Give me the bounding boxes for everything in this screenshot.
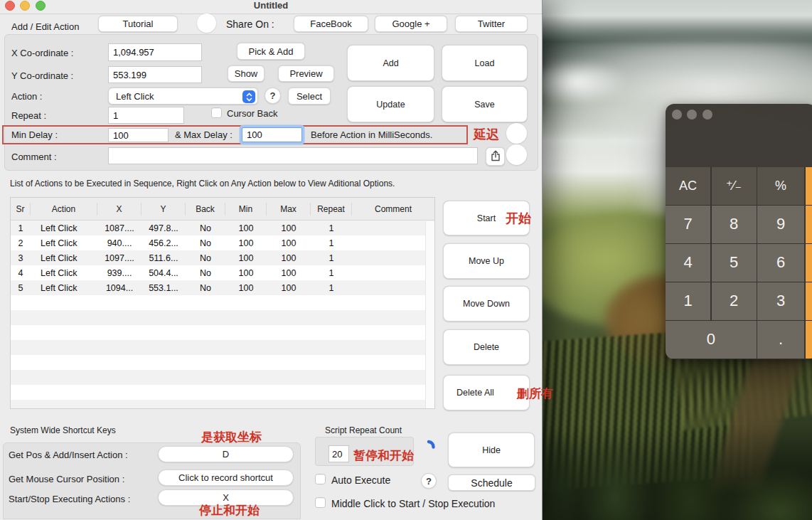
calc-key-2[interactable]: 2	[712, 282, 757, 320]
minimize-button[interactable]	[20, 1, 30, 11]
repeat-label: Repeat :	[11, 110, 46, 121]
get-pos-shortcut-button[interactable]: D	[158, 446, 294, 462]
hide-button[interactable]: Hide	[448, 433, 535, 467]
max-delay-input[interactable]: 100	[242, 127, 302, 142]
x-coordinate-label: X Co-ordinate :	[11, 48, 73, 58]
table-row[interactable]: 5 Left Click 1094... 553.1... No 100 100…	[11, 280, 434, 295]
min-delay-input[interactable]: 100	[108, 128, 169, 142]
right-circle-indicator[interactable]	[506, 123, 527, 144]
calc-key-3[interactable]: 3	[757, 282, 804, 320]
column-header-sr[interactable]: Sr	[11, 203, 31, 216]
table-row[interactable]: 2 Left Click 940.... 456.2... No 100 100…	[11, 235, 434, 250]
min-delay-label: Min Delay :	[11, 129, 58, 140]
cell-x: 1097....	[97, 253, 141, 263]
calc-key-decimal[interactable]: .	[757, 321, 804, 359]
script-repeat-input[interactable]: 20	[328, 445, 349, 462]
delay-suffix-label: Before Action in MilliSeconds.	[311, 129, 432, 140]
move-down-button[interactable]: Move Down	[443, 286, 530, 322]
calc-close-button[interactable]	[672, 110, 682, 120]
tutorial-button[interactable]: Tutorial	[98, 16, 178, 32]
get-cursor-label: Get Mouse Cursor Position :	[9, 474, 124, 484]
empty-row	[11, 310, 434, 325]
close-button[interactable]	[5, 1, 15, 11]
cell-action: Left Click	[31, 268, 97, 278]
table-row[interactable]: 3 Left Click 1097.... 511.6... No 100 10…	[11, 250, 434, 265]
calc-key-operator[interactable]	[806, 244, 812, 282]
calc-key-5[interactable]: 5	[712, 244, 757, 282]
right-circle-indicator[interactable]	[506, 144, 527, 165]
table-scrollbar[interactable]	[425, 221, 434, 408]
title-bar[interactable]: Untitled	[0, 0, 542, 14]
column-header-y[interactable]: Y	[141, 203, 186, 216]
get-pos-label: Get Pos & Add/Insert Action :	[9, 450, 128, 460]
cell-sr: 5	[11, 283, 31, 293]
column-header-action[interactable]: Action	[31, 203, 97, 216]
calc-key-4[interactable]: 4	[666, 244, 710, 282]
column-header-back[interactable]: Back	[186, 203, 225, 216]
load-button[interactable]: Load	[442, 45, 528, 81]
calc-zoom-button[interactable]	[703, 110, 712, 120]
delete-button[interactable]: Delete	[443, 329, 530, 365]
auto-execute-help-button[interactable]: ?	[421, 473, 437, 489]
x-coordinate-input[interactable]: 1,094.957	[108, 43, 202, 61]
list-caption: List of Actions to be Executed in Sequen…	[10, 179, 395, 189]
share-facebook-button[interactable]: FaceBook	[294, 16, 368, 32]
cursor-back-checkbox[interactable]	[211, 107, 222, 118]
calc-minimize-button[interactable]	[687, 110, 697, 120]
toolbar-circle-indicator[interactable]	[197, 14, 216, 33]
show-button[interactable]: Show	[228, 65, 265, 82]
save-button[interactable]: Save	[442, 86, 528, 122]
calc-key-operator[interactable]	[806, 206, 812, 243]
calc-key-operator[interactable]	[806, 167, 812, 205]
shortcut-keys-title: System Wide Shortcut Keys	[10, 425, 116, 435]
update-button[interactable]: Update	[347, 86, 434, 122]
pick-add-button[interactable]: Pick & Add	[237, 43, 305, 60]
cell-back: No	[186, 253, 225, 263]
add-button[interactable]: Add	[347, 45, 434, 81]
cell-y: 511.6...	[141, 253, 186, 263]
zoom-button[interactable]	[36, 1, 46, 11]
calc-key-7[interactable]: 7	[666, 206, 710, 243]
column-header-x[interactable]: X	[97, 203, 141, 216]
cell-y: 504.4...	[141, 268, 186, 278]
column-header-min[interactable]: Min	[225, 203, 267, 216]
y-coordinate-input[interactable]: 553.199	[108, 66, 202, 83]
select-button[interactable]: Select	[288, 87, 331, 105]
calc-key-ac[interactable]: AC	[666, 167, 710, 205]
calc-key-operator[interactable]	[806, 321, 812, 359]
cell-repeat: 1	[311, 223, 352, 233]
calc-key-operator[interactable]	[806, 282, 812, 320]
auto-execute-checkbox[interactable]	[315, 474, 326, 484]
move-up-button[interactable]: Move Up	[443, 243, 530, 279]
calc-key-0[interactable]: 0	[666, 321, 757, 359]
share-twitter-button[interactable]: Twitter	[455, 16, 528, 32]
repeat-input[interactable]: 1	[108, 107, 184, 124]
preview-button[interactable]: Preview	[278, 65, 334, 82]
share-export-button[interactable]	[486, 147, 505, 166]
table-row[interactable]: 1 Left Click 1087.... 497.8... No 100 10…	[11, 221, 434, 235]
schedule-button[interactable]: Schedule	[448, 474, 535, 491]
action-dropdown[interactable]: Left Click	[108, 87, 258, 105]
cell-back: No	[186, 238, 225, 248]
calc-key-8[interactable]: 8	[712, 206, 757, 243]
calc-key-9[interactable]: 9	[757, 206, 804, 243]
column-header-comment[interactable]: Comment	[352, 203, 434, 216]
cell-back: No	[186, 223, 225, 233]
actions-table[interactable]: Sr Action X Y Back Min Max Repeat Commen…	[10, 197, 435, 409]
table-row[interactable]: 4 Left Click 939.... 504.4... No 100 100…	[11, 265, 434, 280]
annotation-get-pos: 是获取坐标	[201, 429, 262, 445]
calc-key-6[interactable]: 6	[757, 244, 804, 282]
column-header-max[interactable]: Max	[267, 203, 311, 216]
annotation-start: 开始	[506, 210, 531, 227]
comment-input[interactable]	[108, 147, 478, 164]
share-googleplus-button[interactable]: Google +	[375, 16, 447, 32]
empty-row	[11, 355, 434, 370]
calc-key-plusminus[interactable]: ⁺⁄₋	[712, 167, 757, 205]
action-help-button[interactable]: ?	[265, 87, 281, 104]
calc-key-1[interactable]: 1	[666, 282, 710, 320]
record-shortcut-button[interactable]: Click to record shortcut	[158, 469, 294, 486]
middle-click-checkbox[interactable]	[315, 497, 326, 508]
calc-key-percent[interactable]: %	[757, 167, 804, 205]
cell-repeat: 1	[311, 253, 352, 263]
column-header-repeat[interactable]: Repeat	[311, 203, 352, 216]
